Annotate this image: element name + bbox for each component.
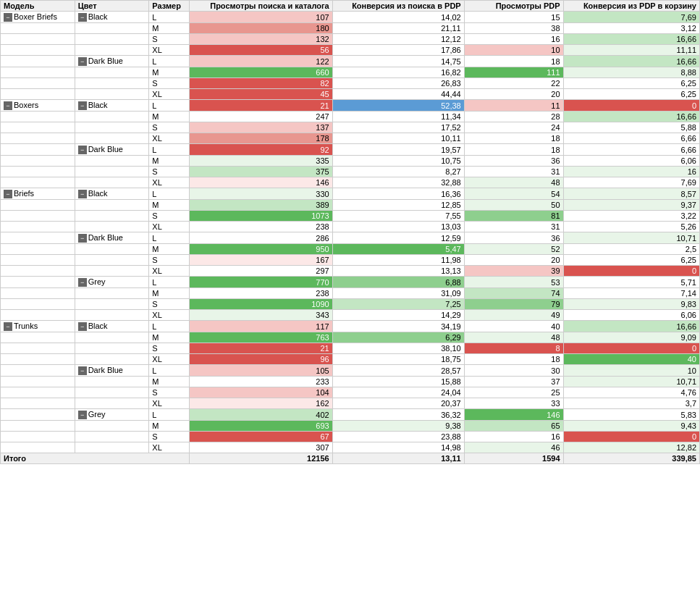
footer-conversion-search: 13,11	[332, 453, 464, 464]
cell-pdp-conversion: 5,71	[563, 277, 699, 288]
color-label: Dark Blue	[88, 145, 123, 154]
cell-search-views: 307	[189, 442, 332, 453]
toggle-color-btn[interactable]: −	[78, 411, 87, 419]
cell-size: XL	[149, 398, 189, 409]
footer-pdp-views: 1594	[464, 453, 563, 464]
cell-size: S	[149, 299, 189, 310]
table-row: XL4544,44206,25	[1, 89, 700, 100]
cell-color	[75, 288, 149, 299]
toggle-color-btn[interactable]: −	[78, 190, 87, 198]
cell-pdp-views: 79	[464, 299, 563, 310]
color-label: Dark Blue	[88, 233, 123, 242]
cell-conversion-search: 12,85	[332, 200, 464, 211]
header-model: Модель	[1, 1, 75, 12]
cell-search-views: 56	[189, 45, 332, 56]
cell-model	[1, 310, 75, 321]
cell-pdp-conversion: 6,06	[563, 156, 699, 167]
table-row: XL17810,11186,66	[1, 133, 700, 144]
toggle-color-btn[interactable]: −	[78, 278, 87, 287]
cell-model	[1, 56, 75, 67]
table-row: M33510,75366,06	[1, 156, 700, 167]
toggle-model-btn[interactable]: −	[4, 190, 12, 198]
table-row: S3758,273116	[1, 167, 700, 177]
cell-size: M	[149, 244, 189, 255]
cell-pdp-views: 33	[464, 398, 563, 409]
toggle-color-btn[interactable]: −	[78, 146, 87, 154]
cell-search-views: 763	[189, 332, 332, 343]
table-row: S2138,1080	[1, 343, 700, 354]
cell-pdp-conversion: 9,37	[563, 200, 699, 211]
cell-color: −Grey	[75, 277, 149, 288]
cell-search-views: 238	[189, 288, 332, 299]
cell-size: M	[149, 377, 189, 387]
cell-pdp-conversion: 8,57	[563, 188, 699, 200]
cell-search-views: 107	[189, 12, 332, 23]
cell-conversion-search: 23,88	[332, 432, 464, 442]
toggle-color-btn[interactable]: −	[78, 57, 87, 66]
cell-conversion-search: 15,88	[332, 377, 464, 387]
cell-size: XL	[149, 266, 189, 277]
cell-size: S	[149, 78, 189, 89]
table-row: M24711,342816,66	[1, 112, 700, 122]
cell-pdp-views: 8	[464, 343, 563, 354]
cell-search-views: 178	[189, 133, 332, 144]
cell-model	[1, 432, 75, 442]
cell-conversion-search: 34,19	[332, 321, 464, 332]
toggle-model-btn[interactable]: −	[4, 13, 12, 22]
cell-pdp-conversion: 3,7	[563, 398, 699, 409]
cell-color	[75, 266, 149, 277]
cell-pdp-views: 18	[464, 144, 563, 156]
cell-conversion-search: 8,27	[332, 167, 464, 177]
table-row: −Dark BlueL12214,751816,66	[1, 56, 700, 67]
cell-pdp-conversion: 16,66	[563, 56, 699, 67]
cell-color	[75, 112, 149, 122]
cell-size: XL	[149, 442, 189, 453]
toggle-color-btn[interactable]: −	[78, 13, 87, 22]
cell-pdp-views: 22	[464, 78, 563, 89]
cell-pdp-conversion: 2,5	[563, 244, 699, 255]
cell-pdp-views: 25	[464, 387, 563, 398]
cell-search-views: 343	[189, 310, 332, 321]
cell-conversion-search: 6,88	[332, 277, 464, 288]
toggle-color-btn[interactable]: −	[78, 101, 87, 110]
cell-pdp-views: 49	[464, 310, 563, 321]
toggle-color-btn[interactable]: −	[78, 366, 87, 375]
cell-search-views: 167	[189, 255, 332, 266]
header-pdp-views: Просмотры PDP	[464, 1, 563, 12]
cell-size: S	[149, 167, 189, 177]
cell-model	[1, 133, 75, 144]
cell-size: M	[149, 112, 189, 122]
cell-search-views: 104	[189, 387, 332, 398]
cell-search-views: 693	[189, 421, 332, 432]
cell-pdp-conversion: 7,69	[563, 12, 699, 23]
cell-search-views: 105	[189, 365, 332, 377]
cell-search-views: 330	[189, 188, 332, 200]
color-label: Black	[88, 322, 108, 330]
cell-size: L	[149, 409, 189, 421]
cell-search-views: 335	[189, 156, 332, 167]
cell-pdp-views: 24	[464, 122, 563, 133]
toggle-model-btn[interactable]: −	[4, 101, 12, 110]
cell-pdp-views: 50	[464, 200, 563, 211]
cell-model	[1, 244, 75, 255]
cell-conversion-search: 13,13	[332, 266, 464, 277]
cell-size: S	[149, 343, 189, 354]
cell-color	[75, 177, 149, 188]
cell-size: L	[149, 321, 189, 332]
toggle-color-btn[interactable]: −	[78, 234, 87, 243]
table-row: M6939,38659,43	[1, 421, 700, 432]
cell-search-views: 162	[189, 398, 332, 409]
cell-size: L	[149, 12, 189, 23]
toggle-model-btn[interactable]: −	[4, 322, 12, 331]
cell-color	[75, 398, 149, 409]
cell-pdp-views: 48	[464, 332, 563, 343]
header-size: Размер	[149, 1, 189, 12]
cell-pdp-views: 10	[464, 45, 563, 56]
cell-search-views: 402	[189, 409, 332, 421]
cell-model: −Boxers	[1, 100, 75, 112]
model-label: Boxer Briefs	[14, 12, 57, 21]
toggle-color-btn[interactable]: −	[78, 322, 87, 331]
cell-model	[1, 266, 75, 277]
cell-pdp-conversion: 40	[563, 354, 699, 365]
cell-pdp-conversion: 6,66	[563, 144, 699, 156]
